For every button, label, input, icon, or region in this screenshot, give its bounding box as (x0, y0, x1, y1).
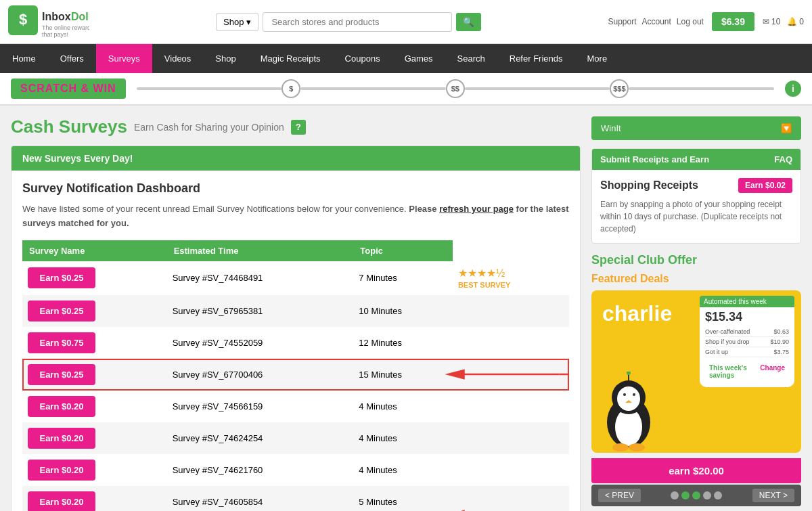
table-row: Earn $0.75 Survey #SV_74552059 12 Minute… (22, 327, 569, 359)
refresh-link[interactable]: refresh your page (439, 204, 514, 214)
scratch-marker-2[interactable]: $$ (446, 79, 465, 98)
support-link[interactable]: Support (608, 17, 636, 26)
survey-wrapper: Survey Name Estimated Time Topic Earn $0… (22, 240, 569, 511)
survey-name-cell: Survey #SV_74468491 (167, 261, 354, 295)
earn-button[interactable]: Earn $0.25 (28, 364, 95, 385)
time-cell: 12 Minutes (353, 327, 453, 359)
search-input[interactable] (263, 12, 452, 32)
right-panel: WinIt 🔽 Submit Receipts and Earn FAQ Sho… (591, 116, 801, 511)
nav-magic-receipts[interactable]: Magic Receipts (248, 44, 333, 73)
logo: $ Inbox Dollars The online rewards club … (8, 5, 89, 38)
scratch-line-3 (465, 87, 610, 90)
dot-2[interactable] (681, 491, 690, 499)
notification-icons: ✉ 10 🔔 0 (763, 17, 804, 26)
shop-label: Shop (223, 17, 244, 27)
earn-receipts-button[interactable]: Earn $0.02 (738, 178, 792, 193)
earn-button[interactable]: Earn $0.20 (28, 460, 95, 481)
row-1-value: $0.63 (773, 328, 789, 335)
main-nav: Home Offers Surveys Videos Shop Magic Re… (0, 44, 812, 73)
col-survey-name: Survey Name (22, 240, 167, 261)
savings-label: This week's savings (709, 364, 760, 379)
dot-4[interactable] (703, 491, 711, 499)
table-row: Earn $0.25 Survey #SV_74468491 7 Minutes… (22, 261, 569, 295)
topic-cell (453, 454, 569, 486)
nav-coupons[interactable]: Coupons (333, 44, 392, 73)
earn-button[interactable]: Earn $0.20 (28, 491, 95, 511)
alert-notification[interactable]: 🔔 0 (787, 17, 804, 26)
table-row: Earn $0.20 Survey #SV_74605854 5 Minutes (22, 486, 569, 511)
account-link[interactable]: Account (642, 17, 671, 26)
charlie-nav: < PREV NEXT > (591, 485, 801, 506)
scratch-marker-1[interactable]: $ (281, 79, 300, 98)
nav-videos[interactable]: Videos (152, 44, 204, 73)
earn-cell: Earn $0.25 (22, 359, 167, 391)
balance-display[interactable]: $6.39 (712, 12, 754, 31)
mail-notification[interactable]: ✉ 10 (763, 17, 780, 26)
help-button[interactable]: ? (291, 120, 306, 135)
table-row: Earn $0.20 Survey #SV_74621760 4 Minutes (22, 454, 569, 486)
earn-button[interactable]: Earn $0.25 (28, 301, 95, 321)
nav-offers[interactable]: Offers (48, 44, 96, 73)
row-3-label: Got it up (705, 349, 728, 355)
next-button[interactable]: NEXT > (752, 489, 794, 502)
scratch-text: SCRATCH (20, 83, 77, 94)
phone-row-1: Over-caffeinated $0.63 (705, 327, 789, 337)
receipts-header: Submit Receipts and Earn FAQ (592, 149, 800, 170)
receipts-body: Shopping Receipts Earn $0.02 Earn by sna… (592, 170, 800, 243)
topic-cell (453, 295, 569, 327)
nav-more[interactable]: More (575, 44, 620, 73)
info-icon[interactable]: i (785, 81, 801, 97)
nav-shop[interactable]: Shop (203, 44, 248, 73)
scratch-line-4 (629, 87, 774, 90)
row-3-value: $3.75 (773, 349, 789, 355)
savings-action[interactable]: Change (760, 364, 785, 379)
svg-text:that pays!: that pays! (42, 31, 68, 38)
dot-5[interactable] (714, 491, 722, 499)
prev-button[interactable]: < PREV (598, 489, 641, 502)
row-2-label: Shop if you drop (705, 338, 750, 345)
logo-area: $ Inbox Dollars The online rewards club … (8, 5, 89, 38)
time-cell: 4 Minutes (353, 391, 453, 422)
win-text: WIN (93, 83, 116, 94)
survey-name-cell: Survey #SV_74552059 (167, 327, 354, 359)
time-cell: 7 Minutes (353, 261, 453, 295)
earn-cell: Earn $0.20 (22, 422, 167, 454)
survey-name-cell: Survey #SV_74605854 (167, 486, 354, 511)
logout-link[interactable]: Log out (677, 17, 704, 26)
earn-cell: Earn $0.20 (22, 391, 167, 422)
charlie-card-wrapper: charlie (591, 290, 801, 506)
survey-card-body: Survey Notification Dashboard We have li… (12, 171, 580, 511)
top-bar: $ Inbox Dollars The online rewards club … (0, 0, 812, 44)
survey-name-cell: Survey #SV_67700406 (167, 359, 354, 391)
shop-dropdown[interactable]: Shop ▾ (216, 13, 258, 31)
nav-surveys[interactable]: Surveys (96, 44, 152, 73)
desc-text-1: We have listed some of your recent unrea… (22, 204, 407, 214)
phone-amount: $15.34 (705, 310, 789, 324)
nav-refer-friends[interactable]: Refer Friends (497, 44, 575, 73)
nav-search[interactable]: Search (445, 44, 497, 73)
scratch-marker-3[interactable]: $$$ (610, 79, 629, 98)
star-rating: ★★★★½ (458, 267, 505, 279)
dot-1[interactable] (671, 491, 679, 499)
charlie-earn-button[interactable]: earn $20.00 (591, 458, 801, 483)
svg-point-19 (612, 443, 629, 451)
winit-bar[interactable]: WinIt 🔽 (591, 116, 801, 140)
table-header-row: Survey Name Estimated Time Topic (22, 240, 569, 261)
nav-home[interactable]: Home (0, 44, 48, 73)
earn-button[interactable]: Earn $0.20 (28, 428, 95, 449)
search-button[interactable]: 🔍 (456, 13, 481, 31)
earn-button[interactable]: Earn $0.25 (28, 267, 95, 288)
faq-link[interactable]: FAQ (774, 154, 792, 164)
nav-games[interactable]: Games (392, 44, 445, 73)
earn-button[interactable]: Earn $0.75 (28, 332, 95, 353)
table-row: Earn $0.25 Survey #SV_67965381 10 Minute… (22, 295, 569, 327)
dot-3[interactable] (692, 491, 700, 499)
left-panel: Cash Surveys Earn Cash for Sharing your … (11, 116, 581, 511)
winit-label: WinIt (601, 123, 621, 133)
col-topic: Topic (353, 240, 453, 261)
search-bar: Shop ▾ 🔍 (216, 12, 481, 32)
earn-button[interactable]: Earn $0.20 (28, 396, 95, 417)
receipts-title-row: Shopping Receipts Earn $0.02 (600, 178, 792, 193)
svg-point-11 (617, 386, 640, 411)
topic-cell (453, 422, 569, 454)
